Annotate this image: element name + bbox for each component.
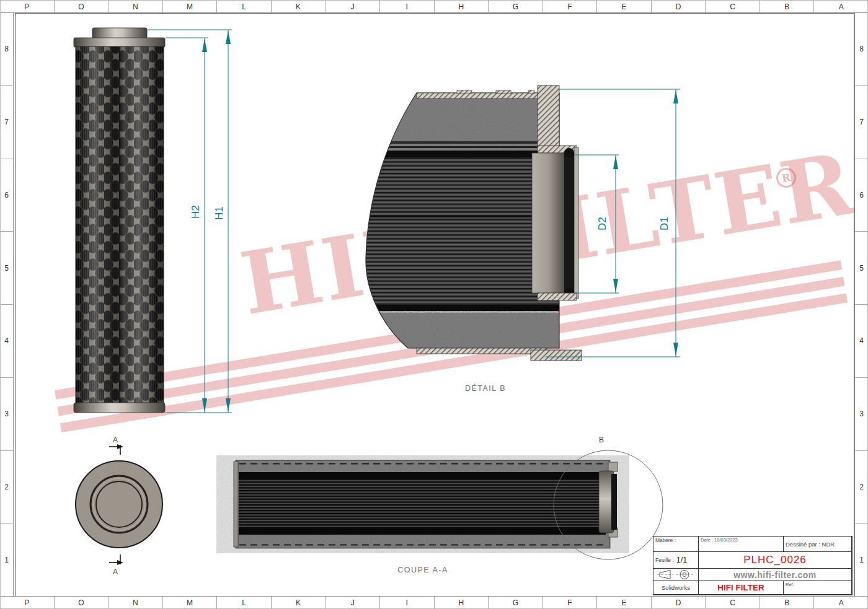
zone-strip-right: 87654321 (854, 13, 868, 596)
zone-column-label: L (217, 597, 272, 608)
zone-column-label: O (55, 597, 109, 608)
zone-column-label: N (108, 1, 163, 12)
zone-column-label: O (55, 1, 109, 12)
zone-column-label: I (380, 1, 435, 12)
zone-column-label: N (108, 597, 163, 608)
zone-row-label: 6 (855, 159, 868, 232)
zone-column-label: H (435, 597, 489, 608)
zone-row-label: 6 (0, 159, 13, 232)
zone-row-label: 8 (855, 13, 868, 86)
zone-row-label: 2 (855, 451, 868, 524)
zone-column-label: M (163, 1, 218, 12)
filter-top-cap (92, 28, 147, 38)
ref-label: Ref: (786, 582, 794, 587)
title-block: Matière : Date : 10/03/2023 Dessiné par … (653, 536, 852, 595)
detail-b-view: D2 D1 DÉTAIL B (363, 85, 680, 393)
dimension-label-h1: H1 (213, 206, 225, 220)
detail-seal-top (564, 148, 574, 158)
zone-strip-bottom: PONMLKJIHGFEDCBA (0, 596, 868, 609)
zone-column-label: P (0, 1, 55, 12)
zone-column-label: F (543, 597, 598, 608)
zone-row-label: 5 (0, 232, 13, 305)
zone-column-label: B (760, 597, 815, 608)
detail-top-hatch (417, 93, 556, 99)
zone-column-label: B (760, 1, 815, 12)
zone-column-label: J (326, 597, 380, 608)
filter-top-flange (74, 38, 165, 47)
zone-row-label: 5 (855, 232, 868, 305)
dimension-arrowheads-h (202, 30, 231, 412)
zone-strip-top: PONMLKJIHGFEDCBA (0, 0, 868, 13)
zone-column-label: D (652, 1, 706, 12)
dimension-label-h2: H2 (190, 205, 202, 219)
zone-column-label: F (543, 1, 598, 12)
filter-front-view: H2 H1 (74, 28, 232, 413)
zone-column-label: K (272, 597, 326, 608)
zone-strip-left: 87654321 (0, 13, 14, 596)
website: www.hifi-filter.com (733, 570, 816, 580)
sheet-value: 1/1 (676, 556, 687, 564)
zone-row-label: 3 (0, 378, 13, 451)
zone-column-label: K (272, 1, 326, 12)
zone-column-label: M (163, 597, 218, 608)
top-view-outer-circle (76, 461, 162, 548)
date-label: Date : 10/03/2023 (701, 537, 738, 543)
top-view: A A (76, 436, 162, 576)
dimension-label-d1: D1 (658, 217, 670, 230)
drawing-sheet: HIFI FILTER R (0, 0, 868, 609)
zone-row-label: 4 (0, 305, 13, 378)
drawn-by-label: Dessiné par : NDR (786, 541, 835, 548)
zone-column-label: P (0, 597, 55, 608)
material-label: Matière : (655, 537, 676, 543)
zone-column-label: H (435, 1, 489, 12)
zone-row-label: 1 (0, 524, 13, 596)
zone-column-label: A (814, 597, 868, 608)
zone-column-label: A (814, 1, 868, 12)
zone-column-label: I (380, 597, 435, 608)
zone-column-label: G (489, 597, 543, 608)
zone-column-label: D (652, 597, 706, 608)
zone-row-label: 7 (855, 86, 868, 159)
section-marker-a-bottom: A (113, 567, 118, 576)
brand-name: HIFI FILTER (717, 583, 764, 592)
zone-row-label: 7 (0, 86, 13, 159)
zone-column-label: L (217, 1, 272, 12)
detail-marker-b: B (599, 436, 604, 444)
filter-bottom-flange (74, 403, 165, 413)
zone-column-label: J (326, 1, 380, 12)
coupe-a-a-label: COUPE A-A (397, 566, 448, 574)
sheet-label: Feuille : (655, 557, 674, 563)
part-number: PLHC_0026 (743, 554, 807, 566)
zone-column-label: C (706, 597, 760, 608)
detail-inner-sleeve (532, 153, 565, 293)
zone-row-label: 4 (855, 305, 868, 378)
zone-row-label: 8 (0, 13, 13, 86)
software-label: Solidworks (662, 584, 690, 591)
detail-b-label: DÉTAIL B (465, 383, 506, 393)
first-angle-projection-icon (657, 569, 695, 580)
detail-rim (538, 85, 559, 147)
zone-column-label: E (597, 1, 652, 12)
technical-drawing-canvas: H2 H1 (0, 0, 868, 609)
section-a-a-view: B COUPE A-A (234, 436, 663, 574)
section-filter-media (239, 480, 601, 527)
dimension-label-d2: D2 (596, 217, 608, 230)
detail-end-cap (363, 93, 562, 155)
section-marker-a-top: A (113, 436, 118, 444)
zone-row-label: 1 (855, 524, 868, 596)
zone-row-label: 3 (855, 378, 868, 451)
zone-column-label: C (706, 1, 760, 12)
zone-column-label: G (489, 1, 543, 12)
zone-column-label: E (597, 597, 652, 608)
zone-row-label: 2 (0, 451, 13, 524)
